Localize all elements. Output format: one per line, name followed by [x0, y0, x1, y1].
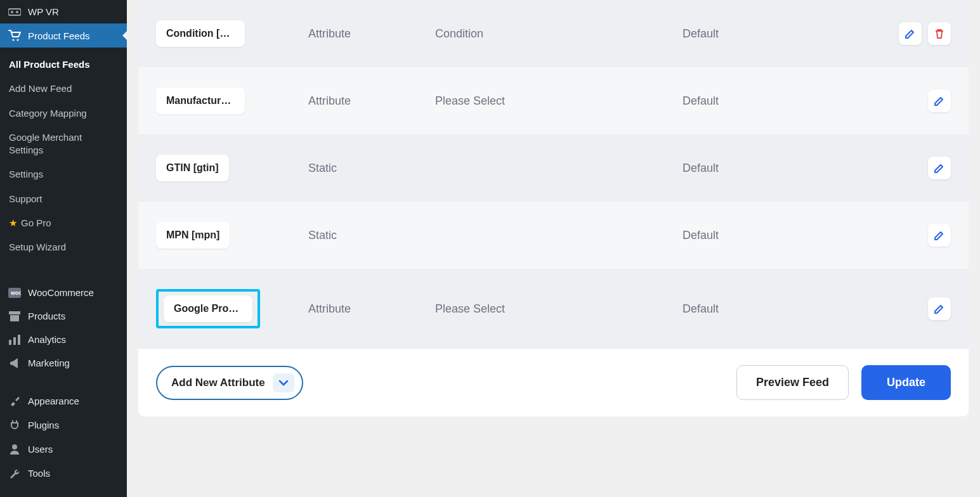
delete-button[interactable]	[928, 22, 951, 45]
attribute-default: Default	[683, 162, 847, 175]
attribute-default: Default	[683, 27, 847, 41]
divider	[0, 375, 127, 389]
edit-button[interactable]	[928, 224, 951, 247]
attribute-value: Please Select	[435, 94, 683, 108]
sidebar-item-plugins[interactable]: Plugins	[0, 413, 127, 437]
pencil-icon	[934, 229, 945, 241]
cart-icon	[8, 30, 22, 41]
button-label: Add New Attribute	[171, 377, 265, 389]
svg-point-1	[11, 11, 13, 13]
attribute-default: Default	[683, 229, 847, 242]
submenu-go-pro[interactable]: ★Go Pro	[0, 211, 127, 235]
pencil-icon	[934, 95, 945, 106]
svg-rect-7	[9, 311, 20, 314]
chevron-down-icon	[273, 373, 294, 392]
submenu-settings[interactable]: Settings	[0, 162, 127, 186]
sidebar-label: WooCommerce	[28, 287, 94, 298]
pencil-icon	[934, 303, 945, 314]
divider	[0, 267, 127, 281]
sidebar-label: Appearance	[28, 396, 79, 406]
woocommerce-icon: woo	[8, 288, 22, 298]
attribute-row: Condition [co… Attribute Condition Defau…	[138, 0, 969, 67]
attribute-value: Please Select	[435, 302, 683, 316]
svg-rect-10	[13, 337, 16, 345]
sidebar-item-products[interactable]: Products	[0, 304, 127, 328]
sidebar-label: Tools	[28, 468, 50, 479]
plug-icon	[8, 419, 22, 430]
preview-feed-button[interactable]: Preview Feed	[736, 365, 849, 400]
sidebar-item-marketing[interactable]: Marketing	[0, 351, 127, 375]
attribute-default: Default	[683, 302, 847, 316]
highlighted-attribute: Google Prod…	[156, 289, 260, 328]
sidebar-label: Users	[28, 444, 53, 455]
pencil-icon	[934, 162, 945, 174]
attribute-value: Condition	[435, 27, 683, 41]
attribute-type: Static	[308, 162, 435, 175]
vr-icon	[8, 8, 22, 16]
sidebar-item-wpvr[interactable]: WP VR	[0, 0, 127, 23]
sidebar-item-tools[interactable]: Tools	[0, 461, 127, 485]
main-content: Condition [co… Attribute Condition Defau…	[127, 0, 980, 497]
update-button[interactable]: Update	[861, 365, 951, 400]
svg-rect-8	[10, 315, 19, 321]
sidebar-item-analytics[interactable]: Analytics	[0, 328, 127, 351]
paintbrush-icon	[8, 395, 22, 406]
svg-point-2	[16, 11, 18, 13]
attribute-type: Attribute	[308, 27, 435, 41]
svg-point-12	[12, 444, 17, 449]
archive-icon	[8, 311, 22, 321]
wp-admin-sidebar: WP VR Product Feeds All Product Feeds Ad…	[0, 0, 127, 497]
sidebar-label: WP VR	[28, 6, 59, 17]
attribute-row: Google Prod… Attribute Please Select Def…	[138, 269, 969, 349]
sidebar-item-product-feeds[interactable]: Product Feeds	[0, 23, 127, 48]
attribute-type: Static	[308, 229, 435, 242]
trash-icon	[934, 28, 945, 39]
submenu-support[interactable]: Support	[0, 187, 127, 211]
attribute-row: Manufacture… Attribute Please Select Def…	[138, 67, 969, 134]
attribute-name-tag[interactable]: GTIN [gtin]	[156, 155, 229, 181]
edit-button[interactable]	[928, 157, 951, 179]
submenu-google-merchant-settings[interactable]: Google Merchant Settings	[0, 126, 127, 163]
attribute-name-tag[interactable]: Google Prod…	[164, 295, 252, 322]
add-new-attribute-button[interactable]: Add New Attribute	[156, 366, 303, 400]
sidebar-item-woocommerce[interactable]: woo WooCommerce	[0, 281, 127, 304]
megaphone-icon	[8, 358, 22, 368]
user-icon	[8, 443, 22, 455]
attribute-type: Attribute	[308, 302, 435, 316]
edit-button[interactable]	[928, 297, 951, 320]
attribute-type: Attribute	[308, 94, 435, 108]
bar-chart-icon	[8, 335, 22, 345]
sidebar-label: Marketing	[28, 358, 70, 368]
attribute-row: MPN [mpn] Static Default	[138, 202, 969, 269]
feed-attributes-panel: Condition [co… Attribute Condition Defau…	[138, 0, 969, 416]
pencil-icon	[905, 28, 916, 39]
svg-rect-11	[18, 335, 20, 345]
submenu-all-product-feeds[interactable]: All Product Feeds	[0, 53, 127, 77]
panel-footer: Add New Attribute Preview Feed Update	[138, 349, 969, 416]
sidebar-label: Analytics	[28, 334, 66, 345]
star-icon: ★	[9, 217, 17, 228]
attribute-name-tag[interactable]: MPN [mpn]	[156, 222, 230, 248]
svg-point-3	[13, 39, 15, 41]
attribute-name-tag[interactable]: Condition [co…	[156, 20, 245, 47]
sidebar-label: Products	[28, 311, 65, 321]
svg-rect-0	[8, 9, 21, 15]
sidebar-item-users[interactable]: Users	[0, 437, 127, 461]
submenu-setup-wizard[interactable]: Setup Wizard	[0, 235, 127, 259]
sidebar-submenu-product-feeds: All Product Feeds Add New Feed Category …	[0, 48, 127, 267]
svg-text:woo: woo	[10, 290, 21, 296]
edit-button[interactable]	[928, 89, 951, 112]
submenu-category-mapping[interactable]: Category Mapping	[0, 101, 127, 126]
sidebar-item-appearance[interactable]: Appearance	[0, 389, 127, 413]
attribute-row: GTIN [gtin] Static Default	[138, 134, 969, 202]
wrench-icon	[8, 467, 22, 479]
svg-point-4	[17, 39, 19, 41]
sidebar-label: Go Pro	[21, 217, 51, 228]
svg-rect-9	[9, 340, 11, 345]
attribute-default: Default	[683, 94, 847, 108]
sidebar-label: Plugins	[28, 420, 59, 430]
edit-button[interactable]	[899, 22, 922, 45]
submenu-add-new-feed[interactable]: Add New Feed	[0, 77, 127, 101]
sidebar-label: Product Feeds	[28, 30, 90, 41]
attribute-name-tag[interactable]: Manufacture…	[156, 87, 245, 114]
